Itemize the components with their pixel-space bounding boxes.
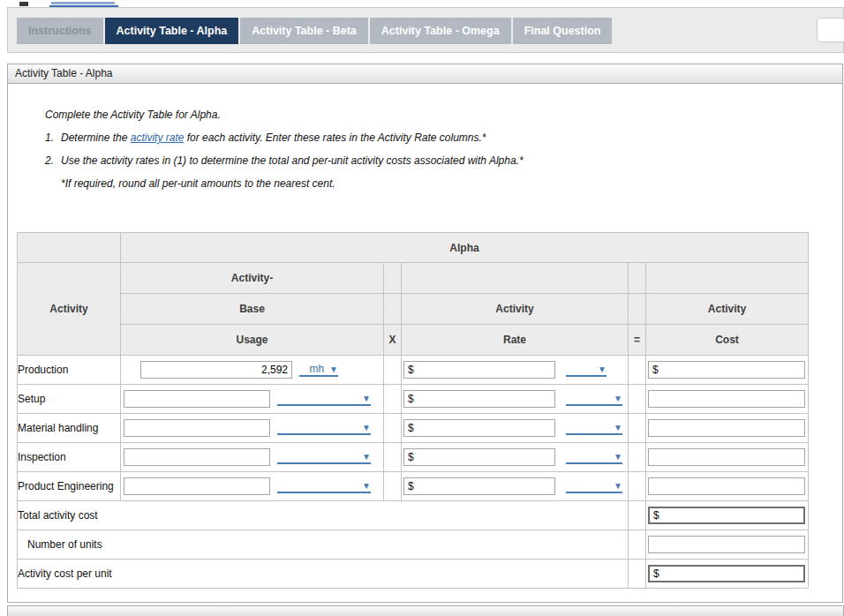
cost-input-material-handling[interactable] — [652, 420, 801, 436]
usage-input-product-engineering[interactable] — [124, 477, 270, 495]
dollar-sign: $ — [408, 364, 414, 376]
usage-unit-dropdown-setup[interactable]: ▼ — [277, 392, 371, 406]
tab-instructions[interactable]: Instructions — [17, 18, 103, 44]
number-of-units-input[interactable] — [648, 536, 805, 553]
usage-input-material-handling[interactable] — [124, 419, 270, 437]
rate-dropdown-setup[interactable]: ▼ — [566, 392, 622, 406]
row-label-activity-cost-per-unit: Activity cost per unit — [18, 560, 629, 589]
cost-cell-number-of-units — [646, 530, 809, 560]
multiply-cell — [384, 385, 402, 414]
panel-header: Activity Table - Alpha — [8, 64, 842, 84]
chevron-down-icon: ▼ — [362, 422, 371, 433]
usage-cell-inspection: ▼ — [121, 443, 384, 472]
row-label-material-handling: Material handling — [18, 414, 121, 443]
usage-unit-dropdown-product-engineering[interactable]: ▼ — [277, 479, 371, 493]
rate-input-box-production[interactable]: $ — [403, 361, 555, 379]
step-1-post: for each activity. Enter these rates in … — [184, 131, 486, 144]
tab-activity-table-beta[interactable]: Activity Table - Beta — [240, 18, 368, 44]
cost-cell-total: $ — [646, 501, 809, 530]
rate-input-inspection[interactable] — [414, 449, 551, 465]
dollar-sign: $ — [408, 422, 414, 434]
header-cost-line1: Activity — [646, 294, 809, 325]
cost-input-box-product-engineering[interactable] — [648, 477, 805, 495]
dollar-sign: $ — [408, 451, 414, 463]
cost-cell-per-unit: $ — [646, 560, 809, 589]
multiply-cell — [384, 472, 402, 501]
activity-rate-link[interactable]: activity rate — [131, 131, 185, 144]
partial-corner-button[interactable] — [817, 18, 844, 42]
cost-cell-production: $ — [646, 356, 809, 385]
cost-input-box-setup[interactable] — [648, 390, 805, 408]
cost-input-box-inspection[interactable] — [648, 448, 805, 466]
header-rate-line1: Activity — [402, 294, 629, 325]
rate-input-box-material-handling[interactable]: $ — [403, 419, 555, 437]
tab-strip: Instructions Activity Table - Alpha Acti… — [17, 18, 612, 44]
header-eq-spacer2 — [629, 294, 646, 325]
dollar-sign: $ — [653, 567, 659, 580]
equals-cell — [629, 443, 646, 472]
header-cost-line2: Cost — [646, 325, 809, 356]
equals-cell — [629, 530, 646, 560]
rate-dropdown-material-handling[interactable]: ▼ — [566, 421, 622, 435]
step-2-text: Use the activity rates in (1) to determi… — [61, 154, 524, 167]
cost-input-box-material-handling[interactable] — [648, 419, 805, 437]
cost-input-box-production[interactable]: $ — [648, 361, 805, 379]
usage-input-setup[interactable] — [124, 390, 270, 408]
usage-unit-dropdown-inspection[interactable]: ▼ — [277, 450, 371, 464]
tab-final-question[interactable]: Final Question — [513, 18, 613, 44]
step-1-text: Determine the activity rate for each act… — [61, 131, 486, 144]
rate-dropdown-inspection[interactable]: ▼ — [566, 450, 622, 464]
header-corner-cell — [18, 233, 121, 263]
cost-input-inspection[interactable] — [652, 449, 801, 465]
header-group-alpha: Alpha — [121, 233, 809, 263]
tab-activity-table-omega[interactable]: Activity Table - Omega — [370, 18, 511, 44]
header-activity-column: Activity — [18, 263, 121, 356]
rate-input-material-handling[interactable] — [414, 420, 551, 436]
usage-cell-setup: ▼ — [121, 385, 384, 414]
tab-activity-table-alpha[interactable]: Activity Table - Alpha — [105, 18, 239, 44]
usage-input-inspection[interactable] — [124, 448, 270, 466]
activity-table-panel: Activity Table - Alpha Complete the Acti… — [7, 64, 843, 603]
total-activity-cost-input[interactable] — [659, 508, 800, 522]
cost-input-product-engineering[interactable] — [652, 478, 801, 494]
rate-input-setup[interactable] — [414, 391, 551, 407]
step-2-number: 2. — [45, 154, 57, 167]
instructions-block: Complete the Activity Table for Alpha. 1… — [45, 109, 524, 190]
multiply-cell — [384, 443, 402, 472]
rate-cell-inspection: $ ▼ — [402, 443, 629, 472]
cost-input-setup[interactable] — [652, 391, 801, 407]
activity-cost-per-unit-input[interactable] — [659, 567, 800, 581]
rate-input-box-inspection[interactable]: $ — [403, 448, 555, 466]
activity-cost-per-unit-box[interactable]: $ — [648, 565, 805, 582]
usage-unit-dropdown-material-handling[interactable]: ▼ — [277, 421, 371, 435]
total-activity-cost-box[interactable]: $ — [648, 507, 805, 524]
rate-input-product-engineering[interactable] — [414, 478, 551, 494]
rate-input-box-product-engineering[interactable]: $ — [403, 477, 555, 495]
dollar-sign: $ — [652, 364, 659, 376]
instruction-step-2: 2. Use the activity rates in (1) to dete… — [45, 154, 524, 167]
chevron-down-icon: ▼ — [614, 393, 622, 404]
header-cost-spacer — [646, 263, 809, 294]
rate-input-production[interactable] — [414, 362, 551, 378]
dollar-sign: $ — [653, 509, 659, 522]
row-label-product-engineering: Product Engineering — [18, 472, 121, 501]
chevron-down-icon: ▼ — [614, 422, 622, 433]
chevron-down-icon: ▼ — [598, 364, 607, 375]
chevron-down-icon: ▼ — [614, 480, 622, 492]
rate-dropdown-production[interactable]: ▼ — [566, 363, 607, 377]
cost-input-production[interactable] — [659, 362, 801, 378]
clipped-text-fragment — [19, 2, 28, 6]
chevron-down-icon: ▼ — [329, 364, 338, 375]
multiply-cell — [384, 414, 402, 443]
usage-input-production[interactable] — [140, 361, 292, 379]
row-label-number-of-units: Number of units — [18, 530, 629, 560]
next-section-header-partial — [7, 605, 844, 616]
step-1-pre: Determine the — [61, 131, 131, 144]
rate-input-box-setup[interactable]: $ — [403, 390, 555, 408]
equals-cell — [629, 414, 646, 443]
chevron-down-icon: ▼ — [362, 393, 371, 404]
step-1-number: 1. — [45, 131, 57, 144]
usage-unit-dropdown-production[interactable]: mh▼ — [299, 363, 338, 377]
activity-table: Alpha Activity Activity- Base Activity A… — [17, 232, 809, 589]
rate-dropdown-product-engineering[interactable]: ▼ — [566, 479, 622, 493]
